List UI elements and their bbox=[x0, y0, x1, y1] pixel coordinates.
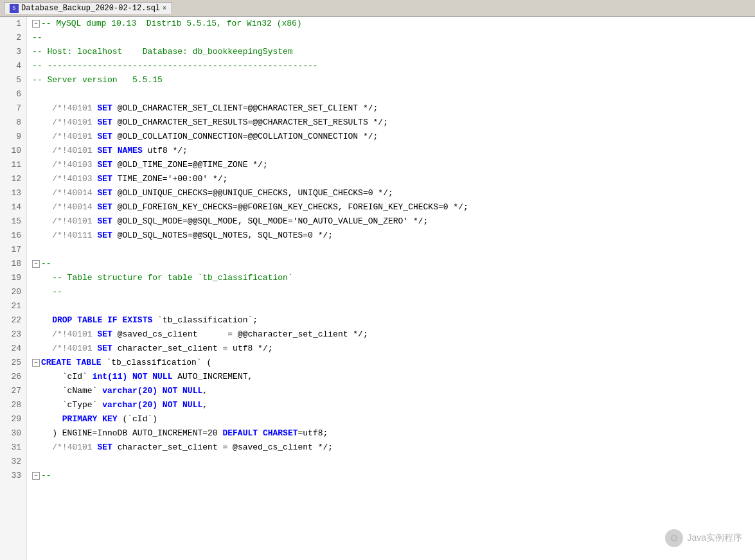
line-number: 1 bbox=[0, 17, 26, 31]
fold-icon[interactable]: − bbox=[32, 472, 40, 480]
token bbox=[93, 214, 98, 229]
token: ) ENGINE=InnoDB AUTO_INCREMENT=20 bbox=[32, 426, 222, 441]
token: /*!40101 bbox=[52, 342, 92, 356]
token bbox=[32, 313, 52, 328]
token bbox=[32, 412, 62, 426]
code-line: /*!40103 SET @OLD_TIME_ZONE=@@TIME_ZONE … bbox=[32, 158, 755, 172]
token bbox=[157, 398, 163, 412]
line-number: 7 bbox=[0, 101, 26, 116]
token bbox=[93, 441, 98, 455]
token: /*!40101 bbox=[52, 214, 92, 229]
line-number: 29 bbox=[0, 412, 26, 426]
token: SET bbox=[97, 200, 112, 214]
token: /*!40101 bbox=[52, 144, 92, 158]
line-number: 22 bbox=[0, 313, 26, 328]
token: NAMES bbox=[118, 144, 143, 158]
line-number: 2 bbox=[0, 31, 26, 45]
token: SET bbox=[97, 158, 112, 172]
token: /*!40101 bbox=[52, 116, 92, 130]
code-line: /*!40101 SET @OLD_CHARACTER_SET_RESULTS=… bbox=[32, 116, 755, 130]
token bbox=[93, 342, 98, 356]
token bbox=[32, 172, 52, 186]
code-line: -- Host: localhost Database: db_bookkeep… bbox=[32, 45, 755, 59]
title-bar: S Database_Backup_2020-02-12.sql × bbox=[0, 0, 755, 17]
token bbox=[32, 116, 52, 130]
watermark-text: Java实例程序 bbox=[687, 532, 742, 544]
token bbox=[93, 172, 98, 186]
line-number: 8 bbox=[0, 116, 26, 130]
line-number: 31 bbox=[0, 441, 26, 455]
token bbox=[32, 285, 52, 299]
line-number: 25 bbox=[0, 356, 26, 370]
line-number: 28 bbox=[0, 398, 26, 412]
close-tab-button[interactable]: × bbox=[163, 5, 166, 12]
code-line: /*!40101 SET @OLD_SQL_MODE=@@SQL_MODE, S… bbox=[32, 214, 755, 229]
token: -- bbox=[32, 31, 42, 45]
line-number: 9 bbox=[0, 130, 26, 144]
code-line: -- bbox=[32, 285, 755, 299]
code-line bbox=[32, 87, 755, 101]
token: @OLD_CHARACTER_SET_RESULTS=@@CHARACTER_S… bbox=[112, 116, 388, 130]
token: CHARSET bbox=[263, 426, 298, 441]
code-line: -- Server version 5.5.15 bbox=[32, 73, 755, 87]
code-area[interactable]: −-- MySQL dump 10.13 Distrib 5.5.15, for… bbox=[27, 17, 755, 560]
token bbox=[32, 158, 52, 172]
fold-icon[interactable]: − bbox=[32, 359, 40, 367]
code-line: `cType` varchar(20) NOT NULL, bbox=[32, 398, 755, 412]
token: NOT NULL bbox=[163, 398, 202, 412]
token bbox=[93, 229, 98, 243]
token bbox=[32, 200, 52, 214]
line-number: 24 bbox=[0, 342, 26, 356]
token: DROP TABLE IF EXISTS bbox=[52, 313, 152, 328]
token bbox=[93, 328, 98, 342]
code-line: −-- MySQL dump 10.13 Distrib 5.5.15, for… bbox=[32, 17, 755, 31]
token bbox=[32, 186, 52, 200]
fold-icon[interactable]: − bbox=[32, 20, 40, 28]
token: varchar(20) bbox=[102, 384, 157, 398]
token: CREATE TABLE bbox=[41, 356, 102, 370]
editor-container: 1234567891011121314151617181920212223242… bbox=[0, 17, 755, 560]
code-line bbox=[32, 299, 755, 313]
token: SET bbox=[97, 342, 112, 356]
line-number: 4 bbox=[0, 59, 26, 73]
file-tab[interactable]: S Database_Backup_2020-02-12.sql × bbox=[4, 2, 172, 14]
token: /*!40103 bbox=[52, 158, 92, 172]
line-number: 26 bbox=[0, 370, 26, 384]
tab-label: Database_Backup_2020-02-12.sql bbox=[21, 4, 160, 13]
token bbox=[127, 370, 132, 384]
token bbox=[93, 158, 98, 172]
token: SET bbox=[97, 144, 112, 158]
code-line: ) ENGINE=InnoDB AUTO_INCREMENT=20 DEFAUL… bbox=[32, 426, 755, 441]
code-line: /*!40111 SET @OLD_SQL_NOTES=@@SQL_NOTES,… bbox=[32, 229, 755, 243]
token: `cType` bbox=[32, 398, 102, 412]
line-number: 10 bbox=[0, 144, 26, 158]
code-line: /*!40014 SET @OLD_FOREIGN_KEY_CHECKS=@@F… bbox=[32, 200, 755, 214]
token bbox=[112, 144, 118, 158]
token: -- bbox=[41, 469, 51, 483]
code-line: /*!40014 SET @OLD_UNIQUE_CHECKS=@@UNIQUE… bbox=[32, 186, 755, 200]
token bbox=[32, 441, 52, 455]
token: -- Host: localhost Database: db_bookkeep… bbox=[32, 45, 293, 59]
line-number: 16 bbox=[0, 229, 26, 243]
token bbox=[93, 200, 98, 214]
token: @saved_cs_client = @@character_set_clien… bbox=[112, 328, 368, 342]
token bbox=[93, 116, 98, 130]
token: /*!40014 bbox=[52, 200, 92, 214]
code-line: PRIMARY KEY (`cId`) bbox=[32, 412, 755, 426]
token: NOT NULL bbox=[163, 384, 202, 398]
token: PRIMARY KEY bbox=[62, 412, 118, 426]
code-line: /*!40101 SET character_set_client = utf8… bbox=[32, 342, 755, 356]
code-line: -- -------------------------------------… bbox=[32, 59, 755, 73]
line-number: 14 bbox=[0, 200, 26, 214]
token: , bbox=[202, 384, 208, 398]
token: SET bbox=[97, 229, 112, 243]
line-number: 6 bbox=[0, 87, 26, 101]
token bbox=[93, 101, 98, 116]
token: TIME_ZONE='+00:00' */; bbox=[112, 172, 227, 186]
token: =utf8; bbox=[298, 426, 328, 441]
fold-icon[interactable]: − bbox=[32, 260, 40, 268]
line-number: 12 bbox=[0, 172, 26, 186]
line-number: 5 bbox=[0, 73, 26, 87]
token: /*!40101 bbox=[52, 130, 92, 144]
code-line bbox=[32, 243, 755, 257]
